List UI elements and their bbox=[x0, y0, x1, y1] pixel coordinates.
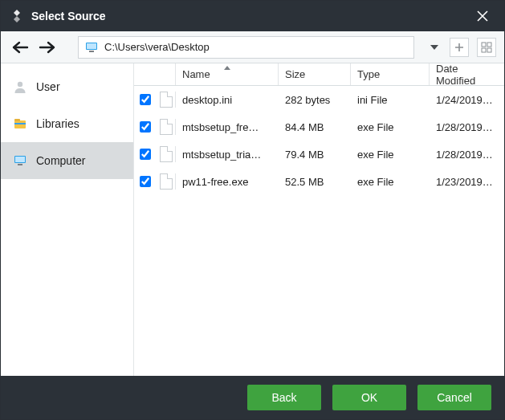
file-size: 84.4 MB bbox=[279, 121, 351, 133]
header-name[interactable]: Name bbox=[176, 63, 279, 85]
svg-rect-12 bbox=[15, 157, 25, 162]
nav-back-button[interactable] bbox=[9, 36, 31, 59]
svg-rect-10 bbox=[14, 123, 26, 124]
row-checkbox[interactable] bbox=[140, 121, 151, 133]
path-input[interactable]: C:\Users\vera\Desktop bbox=[78, 36, 414, 59]
ok-button[interactable]: OK bbox=[332, 385, 406, 410]
main-area: User Libraries Computer Name Size bbox=[1, 63, 504, 376]
column-headers: Name Size Type Date Modified bbox=[134, 63, 504, 86]
row-checkbox-cell bbox=[134, 121, 157, 133]
file-name: mtsbsetup_tria… bbox=[176, 149, 279, 161]
file-date: 1/24/2019 2:40 AM bbox=[430, 94, 501, 106]
row-checkbox-cell bbox=[134, 176, 157, 187]
svg-rect-9 bbox=[14, 119, 20, 121]
close-button[interactable] bbox=[466, 1, 499, 31]
sidebar-item-label: Libraries bbox=[36, 117, 79, 130]
footer: Back OK Cancel bbox=[1, 376, 504, 419]
file-date: 1/28/2019 1:39 AM bbox=[430, 121, 501, 133]
file-name: mtsbsetup_fre… bbox=[176, 121, 279, 133]
svg-rect-13 bbox=[18, 164, 22, 165]
libraries-icon bbox=[12, 116, 28, 132]
sidebar-item-label: User bbox=[36, 80, 60, 93]
file-icon bbox=[157, 119, 176, 135]
file-name: desktop.ini bbox=[176, 94, 279, 106]
row-checkbox-cell bbox=[134, 149, 157, 160]
window-title: Select Source bbox=[31, 10, 466, 22]
file-row[interactable]: desktop.ini282 bytesini File1/24/2019 2:… bbox=[134, 86, 504, 113]
path-text: C:\Users\vera\Desktop bbox=[104, 41, 210, 53]
view-mode-button[interactable] bbox=[477, 38, 496, 57]
sidebar-item-label: Computer bbox=[36, 154, 85, 167]
file-date: 1/23/2019 10:19 … bbox=[430, 176, 501, 188]
sidebar: User Libraries Computer bbox=[1, 63, 134, 376]
file-pane: Name Size Type Date Modified desktop.ini… bbox=[134, 63, 504, 376]
file-icon bbox=[157, 146, 176, 162]
cancel-button[interactable]: Cancel bbox=[417, 385, 491, 410]
toolbar: C:\Users\vera\Desktop bbox=[1, 31, 504, 63]
computer-icon bbox=[12, 153, 28, 169]
file-rows: desktop.ini282 bytesini File1/24/2019 2:… bbox=[134, 86, 504, 376]
computer-icon bbox=[85, 42, 98, 53]
row-checkbox[interactable] bbox=[140, 94, 151, 105]
svg-point-7 bbox=[18, 82, 22, 87]
app-logo-icon bbox=[9, 8, 25, 24]
file-name: pw11-free.exe bbox=[176, 176, 279, 188]
file-size: 282 bytes bbox=[279, 94, 351, 106]
file-size: 79.4 MB bbox=[279, 149, 351, 161]
select-source-window: Select Source C:\Users\vera\Desktop bbox=[0, 0, 505, 420]
file-icon bbox=[157, 92, 176, 108]
header-date[interactable]: Date Modified bbox=[430, 63, 504, 85]
back-button[interactable]: Back bbox=[247, 385, 321, 410]
file-icon bbox=[157, 173, 176, 190]
sidebar-item-libraries[interactable]: Libraries bbox=[1, 105, 133, 142]
file-type: exe File bbox=[351, 121, 430, 133]
file-row[interactable]: mtsbsetup_tria…79.4 MBexe File1/28/2019 … bbox=[134, 141, 504, 168]
row-checkbox[interactable] bbox=[140, 149, 151, 160]
file-row[interactable]: mtsbsetup_fre…84.4 MBexe File1/28/2019 1… bbox=[134, 113, 504, 141]
svg-rect-4 bbox=[487, 43, 491, 47]
header-icon bbox=[157, 63, 176, 85]
svg-rect-5 bbox=[482, 48, 486, 52]
sidebar-item-computer[interactable]: Computer bbox=[1, 142, 133, 179]
file-size: 52.5 MB bbox=[279, 176, 351, 188]
file-type: exe File bbox=[351, 176, 430, 188]
svg-rect-2 bbox=[89, 51, 94, 52]
row-checkbox-cell bbox=[134, 94, 157, 105]
header-size[interactable]: Size bbox=[279, 63, 351, 85]
nav-forward-button[interactable] bbox=[36, 36, 59, 59]
file-row[interactable]: pw11-free.exe52.5 MBexe File1/23/2019 10… bbox=[134, 168, 504, 195]
file-type: exe File bbox=[351, 149, 430, 161]
svg-rect-6 bbox=[487, 48, 491, 52]
path-dropdown-button[interactable] bbox=[427, 45, 442, 50]
header-checkbox[interactable] bbox=[134, 63, 157, 85]
header-type[interactable]: Type bbox=[351, 63, 430, 85]
file-date: 1/28/2019 1:55 AM bbox=[430, 149, 501, 161]
svg-rect-3 bbox=[482, 43, 486, 47]
new-folder-button[interactable] bbox=[450, 38, 469, 57]
sidebar-item-user[interactable]: User bbox=[1, 68, 133, 105]
svg-rect-1 bbox=[87, 43, 96, 49]
row-checkbox[interactable] bbox=[140, 176, 151, 187]
titlebar: Select Source bbox=[1, 1, 504, 31]
user-icon bbox=[12, 79, 28, 95]
file-type: ini File bbox=[351, 94, 430, 106]
